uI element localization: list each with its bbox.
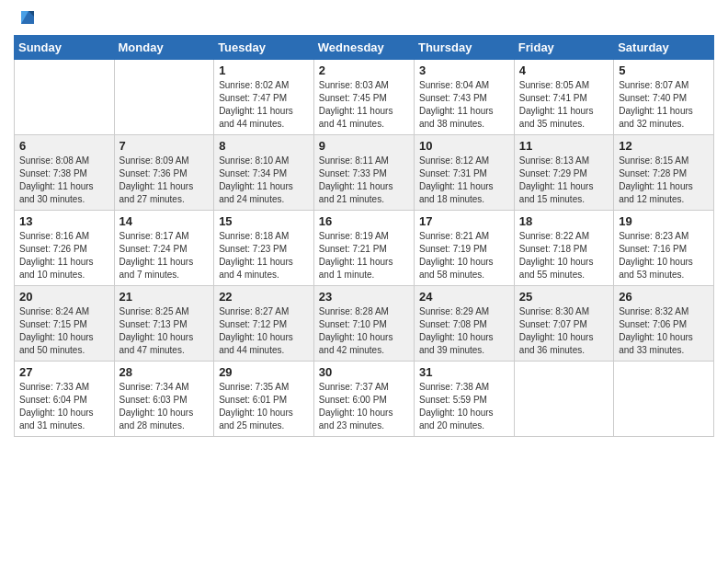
day-info: Sunrise: 8:23 AM Sunset: 7:16 PM Dayligh… [619, 230, 709, 282]
day-info: Sunrise: 8:15 AM Sunset: 7:28 PM Dayligh… [619, 155, 709, 206]
weekday-header-thursday: Thursday [414, 36, 514, 60]
day-info: Sunrise: 8:12 AM Sunset: 7:31 PM Dayligh… [419, 155, 509, 206]
day-info: Sunrise: 8:27 AM Sunset: 7:12 PM Dayligh… [219, 305, 309, 357]
weekday-header-tuesday: Tuesday [214, 36, 314, 60]
day-number: 30 [319, 365, 409, 379]
day-info: Sunrise: 8:29 AM Sunset: 7:08 PM Dayligh… [419, 305, 509, 357]
calendar-cell: 8Sunrise: 8:10 AM Sunset: 7:34 PM Daylig… [214, 135, 314, 211]
calendar-cell: 10Sunrise: 8:12 AM Sunset: 7:31 PM Dayli… [414, 135, 514, 211]
calendar-week-2: 6Sunrise: 8:08 AM Sunset: 7:38 PM Daylig… [15, 135, 714, 211]
day-number: 1 [219, 63, 309, 77]
day-number: 9 [319, 139, 409, 153]
calendar-cell: 14Sunrise: 8:17 AM Sunset: 7:24 PM Dayli… [114, 211, 214, 286]
day-info: Sunrise: 8:11 AM Sunset: 7:33 PM Dayligh… [319, 155, 409, 206]
calendar-cell: 12Sunrise: 8:15 AM Sunset: 7:28 PM Dayli… [614, 135, 714, 211]
day-info: Sunrise: 7:38 AM Sunset: 5:59 PM Dayligh… [419, 381, 509, 432]
day-info: Sunrise: 8:07 AM Sunset: 7:40 PM Dayligh… [619, 79, 709, 131]
day-info: Sunrise: 8:30 AM Sunset: 7:07 PM Dayligh… [519, 305, 609, 357]
weekday-header-row: SundayMondayTuesdayWednesdayThursdayFrid… [15, 36, 714, 60]
day-number: 24 [419, 290, 509, 304]
calendar-cell: 7Sunrise: 8:09 AM Sunset: 7:36 PM Daylig… [114, 135, 214, 211]
day-number: 5 [619, 63, 709, 77]
day-info: Sunrise: 8:19 AM Sunset: 7:21 PM Dayligh… [319, 230, 409, 282]
calendar-cell: 23Sunrise: 8:28 AM Sunset: 7:10 PM Dayli… [313, 286, 414, 362]
calendar-cell: 30Sunrise: 7:37 AM Sunset: 6:00 PM Dayli… [313, 362, 414, 437]
day-number: 18 [519, 214, 609, 228]
day-number: 16 [319, 214, 409, 228]
calendar-cell [15, 60, 115, 135]
logo [14, 9, 36, 28]
calendar-cell: 22Sunrise: 8:27 AM Sunset: 7:12 PM Dayli… [214, 286, 314, 362]
day-info: Sunrise: 8:28 AM Sunset: 7:10 PM Dayligh… [319, 305, 409, 357]
calendar-cell: 19Sunrise: 8:23 AM Sunset: 7:16 PM Dayli… [614, 211, 714, 286]
day-number: 23 [319, 290, 409, 304]
day-info: Sunrise: 8:13 AM Sunset: 7:29 PM Dayligh… [519, 155, 609, 206]
calendar-cell: 1Sunrise: 8:02 AM Sunset: 7:47 PM Daylig… [214, 60, 314, 135]
day-number: 4 [519, 63, 609, 77]
day-number: 14 [119, 214, 210, 228]
day-number: 10 [419, 139, 509, 153]
day-number: 11 [519, 139, 609, 153]
day-number: 20 [19, 290, 109, 304]
day-info: Sunrise: 8:08 AM Sunset: 7:38 PM Dayligh… [19, 155, 109, 206]
calendar-cell: 28Sunrise: 7:34 AM Sunset: 6:03 PM Dayli… [114, 362, 214, 437]
calendar-week-3: 13Sunrise: 8:16 AM Sunset: 7:26 PM Dayli… [15, 211, 714, 286]
calendar-cell: 9Sunrise: 8:11 AM Sunset: 7:33 PM Daylig… [313, 135, 414, 211]
day-info: Sunrise: 8:16 AM Sunset: 7:26 PM Dayligh… [19, 230, 109, 282]
calendar-cell: 24Sunrise: 8:29 AM Sunset: 7:08 PM Dayli… [414, 286, 514, 362]
day-number: 29 [219, 365, 309, 379]
day-info: Sunrise: 8:32 AM Sunset: 7:06 PM Dayligh… [619, 305, 709, 357]
calendar-cell: 15Sunrise: 8:18 AM Sunset: 7:23 PM Dayli… [214, 211, 314, 286]
weekday-header-saturday: Saturday [614, 36, 714, 60]
day-info: Sunrise: 8:09 AM Sunset: 7:36 PM Dayligh… [119, 155, 210, 206]
calendar-cell: 16Sunrise: 8:19 AM Sunset: 7:21 PM Dayli… [313, 211, 414, 286]
calendar-cell [514, 362, 613, 437]
day-number: 17 [419, 214, 509, 228]
weekday-header-friday: Friday [514, 36, 613, 60]
day-info: Sunrise: 7:37 AM Sunset: 6:00 PM Dayligh… [319, 381, 409, 432]
calendar: SundayMondayTuesdayWednesdayThursdayFrid… [14, 35, 714, 437]
day-number: 12 [619, 139, 709, 153]
day-info: Sunrise: 8:03 AM Sunset: 7:45 PM Dayligh… [319, 79, 409, 131]
day-number: 3 [419, 63, 509, 77]
day-info: Sunrise: 8:24 AM Sunset: 7:15 PM Dayligh… [19, 305, 109, 357]
day-info: Sunrise: 8:21 AM Sunset: 7:19 PM Dayligh… [419, 230, 509, 282]
calendar-cell [114, 60, 214, 135]
day-info: Sunrise: 8:02 AM Sunset: 7:47 PM Dayligh… [219, 79, 309, 131]
day-number: 26 [619, 290, 709, 304]
day-number: 2 [319, 63, 409, 77]
logo-icon [16, 7, 36, 28]
calendar-cell: 11Sunrise: 8:13 AM Sunset: 7:29 PM Dayli… [514, 135, 613, 211]
day-number: 22 [219, 290, 309, 304]
weekday-header-monday: Monday [114, 36, 214, 60]
day-number: 15 [219, 214, 309, 228]
calendar-cell: 13Sunrise: 8:16 AM Sunset: 7:26 PM Dayli… [15, 211, 115, 286]
calendar-cell: 25Sunrise: 8:30 AM Sunset: 7:07 PM Dayli… [514, 286, 613, 362]
day-info: Sunrise: 7:35 AM Sunset: 6:01 PM Dayligh… [219, 381, 309, 432]
day-info: Sunrise: 8:10 AM Sunset: 7:34 PM Dayligh… [219, 155, 309, 206]
calendar-cell: 31Sunrise: 7:38 AM Sunset: 5:59 PM Dayli… [414, 362, 514, 437]
calendar-cell: 4Sunrise: 8:05 AM Sunset: 7:41 PM Daylig… [514, 60, 613, 135]
day-info: Sunrise: 8:25 AM Sunset: 7:13 PM Dayligh… [119, 305, 210, 357]
calendar-week-4: 20Sunrise: 8:24 AM Sunset: 7:15 PM Dayli… [15, 286, 714, 362]
calendar-cell: 18Sunrise: 8:22 AM Sunset: 7:18 PM Dayli… [514, 211, 613, 286]
day-number: 28 [119, 365, 210, 379]
day-number: 8 [219, 139, 309, 153]
calendar-cell: 6Sunrise: 8:08 AM Sunset: 7:38 PM Daylig… [15, 135, 115, 211]
calendar-cell [614, 362, 714, 437]
day-number: 6 [19, 139, 109, 153]
day-number: 7 [119, 139, 210, 153]
day-number: 27 [19, 365, 109, 379]
calendar-cell: 2Sunrise: 8:03 AM Sunset: 7:45 PM Daylig… [313, 60, 414, 135]
day-number: 31 [419, 365, 509, 379]
day-number: 21 [119, 290, 210, 304]
calendar-cell: 26Sunrise: 8:32 AM Sunset: 7:06 PM Dayli… [614, 286, 714, 362]
day-info: Sunrise: 8:18 AM Sunset: 7:23 PM Dayligh… [219, 230, 309, 282]
day-info: Sunrise: 8:05 AM Sunset: 7:41 PM Dayligh… [519, 79, 609, 131]
day-info: Sunrise: 7:34 AM Sunset: 6:03 PM Dayligh… [119, 381, 210, 432]
day-number: 25 [519, 290, 609, 304]
day-info: Sunrise: 7:33 AM Sunset: 6:04 PM Dayligh… [19, 381, 109, 432]
weekday-header-wednesday: Wednesday [313, 36, 414, 60]
weekday-header-sunday: Sunday [15, 36, 115, 60]
calendar-cell: 29Sunrise: 7:35 AM Sunset: 6:01 PM Dayli… [214, 362, 314, 437]
